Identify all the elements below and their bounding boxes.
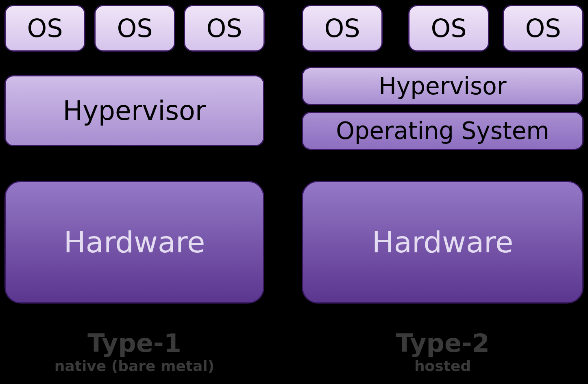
type1-hardware: Hardware bbox=[4, 181, 264, 304]
hardware-label: Hardware bbox=[64, 225, 205, 259]
os-label: OS bbox=[431, 13, 466, 43]
type1-guest-os-1: OS bbox=[4, 5, 85, 52]
os-label: OS bbox=[206, 13, 242, 43]
type2-hardware: Hardware bbox=[302, 181, 584, 304]
type2-guest-os-3: OS bbox=[503, 5, 584, 52]
type1-title: Type-1 bbox=[4, 328, 264, 358]
hardware-label: Hardware bbox=[372, 225, 514, 259]
operating-system-label: Operating System bbox=[336, 117, 549, 145]
type1-subtitle: native (bare metal) bbox=[4, 358, 264, 374]
hypervisor-types-diagram: OS OS OS Hypervisor Hardware Type-1 nati… bbox=[0, 0, 588, 384]
type1-guest-os-2: OS bbox=[94, 5, 175, 52]
type2-guest-os-2: OS bbox=[408, 5, 489, 52]
hypervisor-label: Hypervisor bbox=[379, 72, 506, 100]
type1-guest-os-3: OS bbox=[184, 5, 265, 52]
type2-title: Type-2 bbox=[302, 328, 584, 358]
type2-host-operating-system: Operating System bbox=[302, 112, 584, 150]
type2-subtitle: hosted bbox=[302, 358, 584, 374]
os-label: OS bbox=[27, 13, 63, 43]
type2-guest-os-1: OS bbox=[302, 5, 383, 52]
type2-hypervisor: Hypervisor bbox=[302, 67, 584, 105]
hypervisor-label: Hypervisor bbox=[63, 95, 206, 126]
os-label: OS bbox=[525, 13, 561, 43]
type1-hypervisor: Hypervisor bbox=[4, 75, 264, 146]
os-label: OS bbox=[117, 13, 152, 43]
os-label: OS bbox=[324, 13, 360, 43]
